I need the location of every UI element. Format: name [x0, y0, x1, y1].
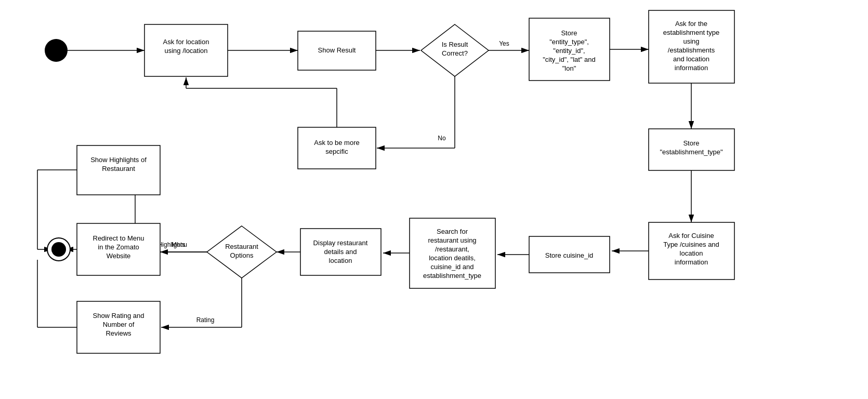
store-est-t1: Store: [683, 139, 699, 147]
rest-options-t1: Restaurant: [225, 243, 258, 250]
redirect-t2: in the Zomato: [98, 243, 139, 251]
store-entity-t1: Store: [561, 29, 577, 37]
rating-label: Rating: [196, 316, 215, 324]
ask-cuisine-t4: information: [675, 258, 708, 266]
ask-est-t1: Ask for the: [675, 20, 707, 28]
rating-t1: Show Rating and: [93, 312, 144, 320]
ask-cuisine-t1: Ask for Cuisine: [668, 232, 714, 240]
rating-t3: Reviews: [106, 329, 131, 337]
yes-label: Yes: [499, 40, 509, 47]
search-r-t2: restaurant using: [428, 236, 476, 244]
store-entity-t2: "entity_type",: [549, 38, 589, 46]
ask-cuisine-t2: Type /cuisines and: [663, 241, 719, 248]
rest-options-t2: Options: [230, 251, 254, 259]
store-entity-t5: "lon": [562, 64, 576, 72]
rating-t2: Number of: [103, 321, 135, 328]
search-r-t5: cuisine_id and: [430, 263, 474, 271]
ask-location-text2: using /location: [164, 47, 207, 55]
ask-est-t5: and location: [673, 55, 709, 63]
search-r-t3: /restaurant,: [435, 245, 469, 253]
ask-est-t4: /establishments: [668, 46, 715, 54]
show-highlights-t1: Show Highlights of: [90, 156, 147, 164]
search-r-t1: Search for: [437, 228, 468, 235]
menu-label: Menu: [172, 241, 187, 248]
search-r-t4: location deatils,: [429, 254, 476, 262]
ask-est-t3: using: [683, 37, 699, 45]
end-circle-inner: [51, 242, 66, 257]
is-result-text1: Is Result: [442, 41, 468, 48]
store-cuisine-text: Store cuisine_id: [545, 251, 594, 259]
start-circle: [45, 39, 68, 62]
ask-more-t1: Ask to be more: [314, 139, 359, 147]
ask-est-t6: information: [675, 64, 708, 72]
store-entity-t4: "city_id", "lat" and: [543, 56, 596, 63]
ask-more-t2: sepcific: [325, 148, 348, 155]
display-r-t1: Display restaurant: [313, 239, 368, 247]
search-r-t6: establishment_type: [423, 272, 481, 280]
show-highlights-t2: Restaurant: [102, 165, 135, 172]
ask-est-t2: establishment type: [663, 29, 719, 36]
show-result-text: Show Result: [318, 46, 356, 54]
is-result-text2: Correct?: [442, 49, 468, 57]
redirect-t1: Redirect to Menu: [93, 234, 144, 242]
no-label: No: [438, 135, 446, 142]
redirect-t3: Website: [107, 252, 131, 260]
display-r-t3: location: [329, 257, 352, 264]
ask-cuisine-t3: location: [680, 249, 703, 257]
ask-location-text: Ask for location: [163, 38, 209, 46]
display-r-t2: details and: [324, 248, 357, 256]
store-est-t2: "establishment_type": [660, 148, 723, 156]
store-entity-t3: "entity_id",: [553, 47, 585, 55]
